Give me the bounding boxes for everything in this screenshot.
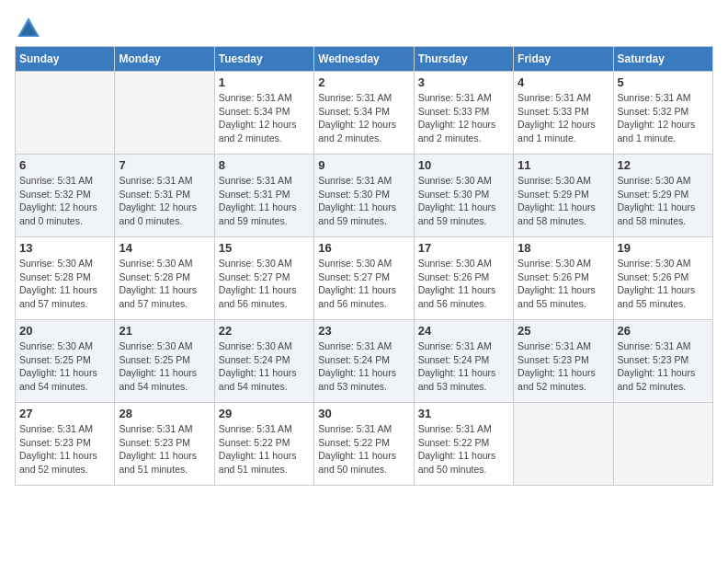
calendar-cell: 21Sunrise: 5:30 AM Sunset: 5:25 PM Dayli… <box>115 320 214 403</box>
day-info: Sunrise: 5:30 AM Sunset: 5:26 PM Dayligh… <box>418 257 509 311</box>
calendar-header-row: SundayMondayTuesdayWednesdayThursdayFrid… <box>16 47 713 72</box>
calendar-week-row: 13Sunrise: 5:30 AM Sunset: 5:28 PM Dayli… <box>16 237 713 320</box>
day-info: Sunrise: 5:31 AM Sunset: 5:22 PM Dayligh… <box>318 422 409 477</box>
day-of-week-header: Thursday <box>414 47 513 72</box>
day-info: Sunrise: 5:31 AM Sunset: 5:34 PM Dayligh… <box>318 91 409 145</box>
day-info: Sunrise: 5:30 AM Sunset: 5:27 PM Dayligh… <box>318 257 409 311</box>
day-number: 22 <box>219 324 310 338</box>
calendar-cell: 29Sunrise: 5:31 AM Sunset: 5:22 PM Dayli… <box>214 403 313 486</box>
day-info: Sunrise: 5:31 AM Sunset: 5:34 PM Dayligh… <box>219 91 310 145</box>
day-number: 14 <box>119 241 210 255</box>
calendar-cell: 3Sunrise: 5:31 AM Sunset: 5:33 PM Daylig… <box>414 72 513 155</box>
day-number: 15 <box>219 241 310 255</box>
calendar-cell <box>613 403 712 486</box>
calendar-cell: 22Sunrise: 5:30 AM Sunset: 5:24 PM Dayli… <box>214 320 313 403</box>
day-number: 6 <box>19 158 110 172</box>
day-number: 26 <box>618 324 709 338</box>
day-info: Sunrise: 5:31 AM Sunset: 5:24 PM Dayligh… <box>418 339 509 394</box>
day-of-week-header: Saturday <box>613 47 712 72</box>
calendar-cell <box>16 72 115 155</box>
day-number: 21 <box>119 324 210 338</box>
calendar-cell: 2Sunrise: 5:31 AM Sunset: 5:34 PM Daylig… <box>314 72 414 155</box>
day-number: 2 <box>318 75 409 89</box>
day-info: Sunrise: 5:31 AM Sunset: 5:23 PM Dayligh… <box>19 422 110 477</box>
calendar-cell <box>115 72 214 155</box>
calendar-cell: 14Sunrise: 5:30 AM Sunset: 5:28 PM Dayli… <box>115 237 214 320</box>
day-info: Sunrise: 5:30 AM Sunset: 5:26 PM Dayligh… <box>618 257 709 311</box>
day-number: 20 <box>19 324 110 338</box>
calendar-table: SundayMondayTuesdayWednesdayThursdayFrid… <box>15 46 713 486</box>
calendar-cell: 5Sunrise: 5:31 AM Sunset: 5:32 PM Daylig… <box>613 72 712 155</box>
day-number: 10 <box>418 158 509 172</box>
day-info: Sunrise: 5:31 AM Sunset: 5:23 PM Dayligh… <box>618 339 709 394</box>
day-info: Sunrise: 5:30 AM Sunset: 5:29 PM Dayligh… <box>518 174 609 228</box>
day-number: 7 <box>119 158 210 172</box>
day-info: Sunrise: 5:31 AM Sunset: 5:32 PM Dayligh… <box>19 174 110 228</box>
day-number: 13 <box>19 241 110 255</box>
day-of-week-header: Tuesday <box>214 47 313 72</box>
calendar-cell: 18Sunrise: 5:30 AM Sunset: 5:26 PM Dayli… <box>514 237 613 320</box>
day-number: 28 <box>119 407 210 420</box>
day-info: Sunrise: 5:30 AM Sunset: 5:28 PM Dayligh… <box>119 257 210 311</box>
day-number: 29 <box>219 407 310 420</box>
day-number: 23 <box>318 324 409 338</box>
day-of-week-header: Friday <box>514 47 613 72</box>
calendar-cell: 19Sunrise: 5:30 AM Sunset: 5:26 PM Dayli… <box>613 237 712 320</box>
calendar-cell: 30Sunrise: 5:31 AM Sunset: 5:22 PM Dayli… <box>314 403 414 486</box>
day-info: Sunrise: 5:30 AM Sunset: 5:28 PM Dayligh… <box>19 257 110 311</box>
logo-icon <box>15 15 42 42</box>
calendar-week-row: 20Sunrise: 5:30 AM Sunset: 5:25 PM Dayli… <box>16 320 713 403</box>
day-number: 1 <box>219 75 310 89</box>
day-info: Sunrise: 5:31 AM Sunset: 5:33 PM Dayligh… <box>518 91 609 145</box>
day-number: 8 <box>219 158 310 172</box>
day-info: Sunrise: 5:30 AM Sunset: 5:26 PM Dayligh… <box>518 257 609 311</box>
day-number: 25 <box>518 324 609 338</box>
calendar-cell: 15Sunrise: 5:30 AM Sunset: 5:27 PM Dayli… <box>214 237 313 320</box>
day-info: Sunrise: 5:31 AM Sunset: 5:32 PM Dayligh… <box>618 91 709 145</box>
calendar-cell: 24Sunrise: 5:31 AM Sunset: 5:24 PM Dayli… <box>414 320 513 403</box>
day-info: Sunrise: 5:31 AM Sunset: 5:22 PM Dayligh… <box>418 422 509 477</box>
day-info: Sunrise: 5:31 AM Sunset: 5:23 PM Dayligh… <box>119 422 210 477</box>
calendar-cell: 13Sunrise: 5:30 AM Sunset: 5:28 PM Dayli… <box>16 237 115 320</box>
day-info: Sunrise: 5:31 AM Sunset: 5:22 PM Dayligh… <box>219 422 310 477</box>
day-number: 9 <box>318 158 409 172</box>
calendar-cell: 6Sunrise: 5:31 AM Sunset: 5:32 PM Daylig… <box>16 155 115 237</box>
day-number: 24 <box>418 324 509 338</box>
day-info: Sunrise: 5:31 AM Sunset: 5:31 PM Dayligh… <box>119 174 210 228</box>
day-number: 11 <box>518 158 609 172</box>
calendar-week-row: 27Sunrise: 5:31 AM Sunset: 5:23 PM Dayli… <box>16 403 713 486</box>
calendar-week-row: 1Sunrise: 5:31 AM Sunset: 5:34 PM Daylig… <box>16 72 713 155</box>
day-number: 18 <box>518 241 609 255</box>
day-number: 16 <box>318 241 409 255</box>
day-info: Sunrise: 5:31 AM Sunset: 5:30 PM Dayligh… <box>318 174 409 228</box>
calendar-cell: 8Sunrise: 5:31 AM Sunset: 5:31 PM Daylig… <box>214 155 313 237</box>
calendar-cell: 11Sunrise: 5:30 AM Sunset: 5:29 PM Dayli… <box>514 155 613 237</box>
day-info: Sunrise: 5:31 AM Sunset: 5:31 PM Dayligh… <box>219 174 310 228</box>
day-number: 27 <box>19 407 110 420</box>
calendar-cell: 12Sunrise: 5:30 AM Sunset: 5:29 PM Dayli… <box>613 155 712 237</box>
day-info: Sunrise: 5:30 AM Sunset: 5:27 PM Dayligh… <box>219 257 310 311</box>
calendar-cell: 9Sunrise: 5:31 AM Sunset: 5:30 PM Daylig… <box>314 155 414 237</box>
calendar-cell: 27Sunrise: 5:31 AM Sunset: 5:23 PM Dayli… <box>16 403 115 486</box>
calendar-cell: 31Sunrise: 5:31 AM Sunset: 5:22 PM Dayli… <box>414 403 513 486</box>
day-number: 31 <box>418 407 509 420</box>
day-info: Sunrise: 5:31 AM Sunset: 5:33 PM Dayligh… <box>418 91 509 145</box>
day-info: Sunrise: 5:30 AM Sunset: 5:29 PM Dayligh… <box>618 174 709 228</box>
calendar-cell: 10Sunrise: 5:30 AM Sunset: 5:30 PM Dayli… <box>414 155 513 237</box>
day-of-week-header: Monday <box>115 47 214 72</box>
day-info: Sunrise: 5:30 AM Sunset: 5:25 PM Dayligh… <box>19 339 110 394</box>
calendar-cell: 20Sunrise: 5:30 AM Sunset: 5:25 PM Dayli… <box>16 320 115 403</box>
calendar-cell: 26Sunrise: 5:31 AM Sunset: 5:23 PM Dayli… <box>613 320 712 403</box>
logo <box>15 15 46 42</box>
day-number: 5 <box>618 75 709 89</box>
calendar-cell: 7Sunrise: 5:31 AM Sunset: 5:31 PM Daylig… <box>115 155 214 237</box>
calendar-cell: 23Sunrise: 5:31 AM Sunset: 5:24 PM Dayli… <box>314 320 414 403</box>
day-of-week-header: Wednesday <box>314 47 414 72</box>
calendar-cell: 25Sunrise: 5:31 AM Sunset: 5:23 PM Dayli… <box>514 320 613 403</box>
day-number: 4 <box>518 75 609 89</box>
page-header <box>15 15 713 42</box>
day-info: Sunrise: 5:31 AM Sunset: 5:24 PM Dayligh… <box>318 339 409 394</box>
day-info: Sunrise: 5:30 AM Sunset: 5:30 PM Dayligh… <box>418 174 509 228</box>
calendar-cell: 16Sunrise: 5:30 AM Sunset: 5:27 PM Dayli… <box>314 237 414 320</box>
day-number: 30 <box>318 407 409 420</box>
